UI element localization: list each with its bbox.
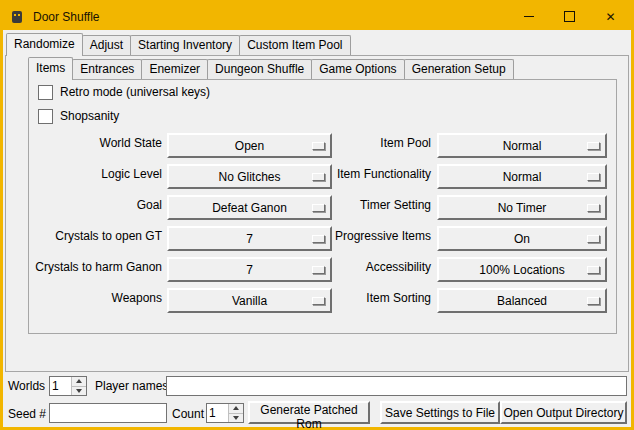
count-spinner-arrows <box>228 404 243 422</box>
subtab-enemizer[interactable]: Enemizer <box>141 59 208 79</box>
crystals-open-gt-label: Crystals to open GT <box>28 226 162 247</box>
logic-level-value: No Glitches <box>218 170 280 184</box>
count-input[interactable] <box>207 404 228 422</box>
count-spinner-down-button[interactable] <box>228 413 243 423</box>
count-spinner-up-button[interactable] <box>228 404 243 413</box>
worlds-input[interactable] <box>50 377 71 395</box>
window: Door Shuffle ✕ Randomize Adjust Starting… <box>0 0 634 430</box>
save-settings-button[interactable]: Save Settings to File <box>380 401 500 424</box>
timer-setting-label: Timer Setting <box>301 195 431 216</box>
item-functionality-value: Normal <box>503 170 542 184</box>
window-content: Randomize Adjust Starting Inventory Cust… <box>3 30 631 427</box>
item-sorting-label: Item Sorting <box>301 288 431 309</box>
close-button[interactable]: ✕ <box>590 3 631 30</box>
minimize-button[interactable] <box>508 3 549 30</box>
player-names-label: Player names <box>95 379 168 393</box>
retro-mode-label: Retro mode (universal keys) <box>60 85 210 99</box>
item-pool-value: Normal <box>503 139 542 153</box>
spinner-down-icon <box>233 416 239 420</box>
crystals-harm-ganon-value: 7 <box>246 263 253 277</box>
worlds-spinner-down-button[interactable] <box>71 386 86 396</box>
item-sorting-dropdown[interactable]: Balanced <box>437 288 607 313</box>
worlds-spinner-arrows <box>71 377 86 395</box>
weapons-value: Vanilla <box>232 294 267 308</box>
timer-setting-dropdown[interactable]: No Timer <box>437 195 607 220</box>
spinner-up-icon <box>76 379 82 383</box>
app-icon[interactable] <box>9 9 25 25</box>
subtab-items[interactable]: Items <box>28 57 73 80</box>
dropdown-indicator-icon <box>587 266 600 274</box>
tab-custom-item-pool[interactable]: Custom Item Pool <box>239 35 350 55</box>
logic-level-label: Logic Level <box>28 164 162 185</box>
seed-label: Seed # <box>8 407 46 421</box>
world-state-value: Open <box>235 139 264 153</box>
worlds-spinner-up-button[interactable] <box>71 377 86 386</box>
progressive-items-value: On <box>514 232 530 246</box>
minimize-icon <box>524 16 534 17</box>
subtab-entrances[interactable]: Entrances <box>72 59 142 79</box>
shopsanity-checkbox[interactable] <box>38 109 53 124</box>
item-functionality-label: Item Functionality <box>301 164 431 185</box>
crystals-harm-ganon-label: Crystals to harm Ganon <box>28 257 162 278</box>
subtab-game-options[interactable]: Game Options <box>311 59 404 79</box>
weapons-label: Weapons <box>28 288 162 309</box>
dropdown-indicator-icon <box>587 297 600 305</box>
worlds-label: Worlds <box>8 379 45 393</box>
items-tab-bar: Items Entrances Enemizer Dungeon Shuffle… <box>28 58 513 80</box>
world-state-label: World State <box>28 133 162 154</box>
count-spinner <box>206 403 244 423</box>
item-functionality-dropdown[interactable]: Normal <box>437 164 607 189</box>
accessibility-label: Accessibility <box>301 257 431 278</box>
spinner-down-icon <box>76 389 82 393</box>
spinner-up-icon <box>233 406 239 410</box>
goal-label: Goal <box>28 195 162 216</box>
accessibility-dropdown[interactable]: 100% Locations <box>437 257 607 282</box>
item-sorting-value: Balanced <box>497 294 547 308</box>
maximize-icon <box>564 11 575 22</box>
timer-setting-value: No Timer <box>498 201 547 215</box>
accessibility-value: 100% Locations <box>479 263 564 277</box>
progressive-items-dropdown[interactable]: On <box>437 226 607 251</box>
seed-input[interactable] <box>49 403 167 423</box>
crystals-open-gt-value: 7 <box>246 232 253 246</box>
window-controls: ✕ <box>508 3 631 30</box>
titlebar[interactable]: Door Shuffle ✕ <box>3 3 631 30</box>
dropdown-indicator-icon <box>587 173 600 181</box>
tab-starting-inventory[interactable]: Starting Inventory <box>130 35 240 55</box>
maximize-button[interactable] <box>549 3 590 30</box>
worlds-spinner <box>49 376 87 396</box>
dropdown-indicator-icon <box>587 235 600 243</box>
item-pool-dropdown[interactable]: Normal <box>437 133 607 158</box>
window-title: Door Shuffle <box>33 10 100 24</box>
goal-value: Defeat Ganon <box>212 201 287 215</box>
open-output-directory-button[interactable]: Open Output Directory <box>500 401 627 424</box>
count-label: Count <box>172 407 204 421</box>
subtab-generation-setup[interactable]: Generation Setup <box>404 59 514 79</box>
tab-randomize[interactable]: Randomize <box>6 33 83 56</box>
player-names-input[interactable] <box>166 376 627 396</box>
close-icon: ✕ <box>605 11 615 23</box>
subtab-dungeon-shuffle[interactable]: Dungeon Shuffle <box>207 59 312 79</box>
item-pool-label: Item Pool <box>301 133 431 154</box>
tab-adjust[interactable]: Adjust <box>82 35 131 55</box>
generate-patched-rom-button[interactable]: Generate Patched Rom <box>248 401 370 424</box>
dropdown-indicator-icon <box>587 204 600 212</box>
progressive-items-label: Progressive Items <box>301 226 431 247</box>
shopsanity-label: Shopsanity <box>60 109 119 123</box>
main-tab-bar: Randomize Adjust Starting Inventory Cust… <box>6 34 350 56</box>
dropdown-indicator-icon <box>587 142 600 150</box>
retro-mode-checkbox[interactable] <box>38 85 53 100</box>
